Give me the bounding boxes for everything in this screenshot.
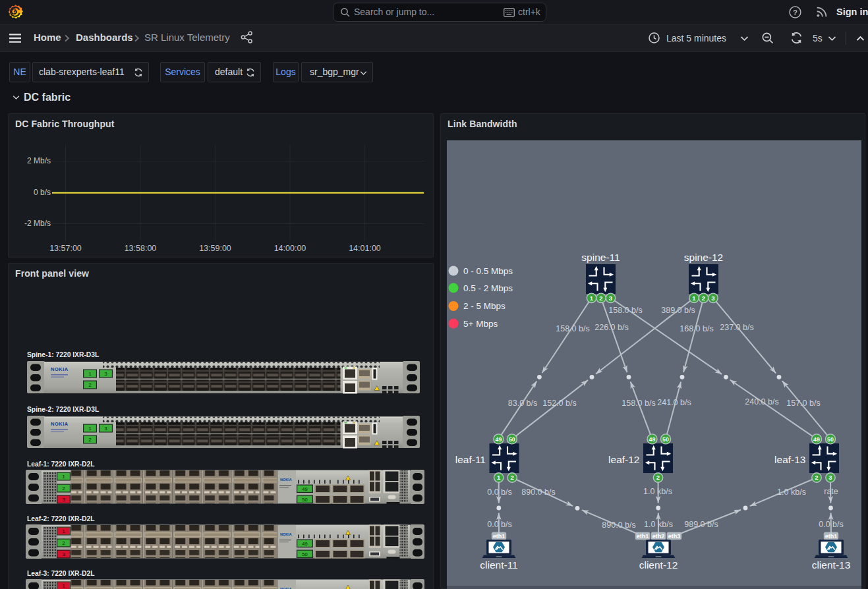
svg-text:49: 49 (649, 436, 656, 443)
svg-text:50: 50 (827, 436, 834, 443)
svg-text:1: 1 (62, 528, 65, 534)
svg-text:83.0 b/s: 83.0 b/s (508, 399, 537, 408)
svg-text:eth1: eth1 (493, 533, 506, 540)
svg-text:2: 2 (702, 294, 705, 302)
svg-text:890.0 b/s: 890.0 b/s (602, 520, 635, 530)
svg-text:0 - 0.5 Mbps: 0 - 0.5 Mbps (463, 266, 513, 276)
svg-text:leaf-11: leaf-11 (455, 454, 486, 465)
svg-text:0.0 b/s: 0.0 b/s (819, 520, 844, 529)
svg-text:152.0 b/s: 152.0 b/s (542, 399, 576, 408)
svg-text:spine-11: spine-11 (581, 252, 620, 263)
svg-text:226.0 b/s: 226.0 b/s (594, 323, 628, 332)
svg-text:leaf-12: leaf-12 (608, 454, 639, 465)
svg-text:158.0 b/s: 158.0 b/s (556, 324, 589, 333)
svg-text:spine-12: spine-12 (684, 252, 723, 263)
svg-text:rate: rate (824, 487, 838, 496)
svg-text:240.0 b/s: 240.0 b/s (745, 397, 778, 407)
svg-text:157.0 b/s: 157.0 b/s (786, 399, 820, 408)
svg-text:leaf-13: leaf-13 (774, 454, 805, 465)
svg-text:3: 3 (828, 474, 832, 481)
svg-text:0.5 - 2 Mbps: 0.5 - 2 Mbps (463, 283, 513, 293)
svg-text:Leaf-3: 7220 IXR-D2L: Leaf-3: 7220 IXR-D2L (27, 570, 94, 577)
svg-text:3: 3 (609, 294, 612, 302)
svg-text:eth3: eth3 (668, 533, 681, 540)
svg-text:?: ? (793, 9, 797, 16)
svg-text:168.0 b/s: 168.0 b/s (680, 324, 713, 333)
svg-text:389.0 b/s: 389.0 b/s (661, 306, 695, 315)
svg-text:Leaf-1: 7220 IXR-D2L: Leaf-1: 7220 IXR-D2L (27, 461, 94, 468)
svg-text:49: 49 (813, 436, 820, 443)
svg-text:Leaf-2: 7220 IXR-D2L: Leaf-2: 7220 IXR-D2L (27, 515, 94, 522)
svg-text:2: 2 (656, 474, 660, 481)
svg-text:2 - 5 Mbps: 2 - 5 Mbps (463, 301, 506, 311)
svg-text:1: 1 (62, 583, 65, 589)
svg-text:client-13: client-13 (812, 559, 851, 571)
svg-text:50: 50 (509, 436, 515, 443)
svg-text:5+ Mbps: 5+ Mbps (463, 319, 498, 329)
svg-text:241.0 b/s: 241.0 b/s (657, 398, 691, 407)
svg-text:49: 49 (496, 436, 502, 443)
svg-text:2: 2 (815, 474, 818, 481)
svg-text:1.0 kb/s: 1.0 kb/s (644, 520, 673, 529)
svg-text:1.0 kb/s: 1.0 kb/s (777, 488, 806, 497)
svg-text:3: 3 (711, 294, 714, 302)
svg-text:eth1: eth1 (825, 533, 838, 540)
svg-text:989.0 b/s: 989.0 b/s (684, 520, 718, 529)
svg-text:2: 2 (599, 294, 602, 302)
svg-text:1: 1 (497, 474, 501, 481)
svg-text:158.0 b/s: 158.0 b/s (608, 306, 642, 315)
svg-text:client-11: client-11 (480, 559, 517, 571)
svg-text:158.0 b/s: 158.0 b/s (622, 399, 655, 408)
svg-text:1.0 kb/s: 1.0 kb/s (643, 487, 672, 496)
svg-text:Spine-2: 7220 IXR-D3L: Spine-2: 7220 IXR-D3L (27, 406, 99, 413)
svg-text:eth1: eth1 (637, 533, 649, 540)
svg-text:client-12: client-12 (639, 559, 678, 571)
svg-text:0.0 b/s: 0.0 b/s (487, 488, 512, 497)
svg-text:2: 2 (510, 474, 513, 481)
svg-text:1: 1 (590, 294, 594, 302)
svg-text:1: 1 (692, 294, 696, 302)
svg-text:eth2: eth2 (652, 533, 665, 540)
svg-text:Spine-1: 7220 IXR-D3L: Spine-1: 7220 IXR-D3L (27, 351, 99, 358)
svg-text:237.0 b/s: 237.0 b/s (720, 323, 753, 332)
svg-text:0.0 b/s: 0.0 b/s (487, 520, 512, 529)
svg-text:890.0 b/s: 890.0 b/s (521, 488, 555, 497)
svg-text:50: 50 (662, 436, 669, 443)
